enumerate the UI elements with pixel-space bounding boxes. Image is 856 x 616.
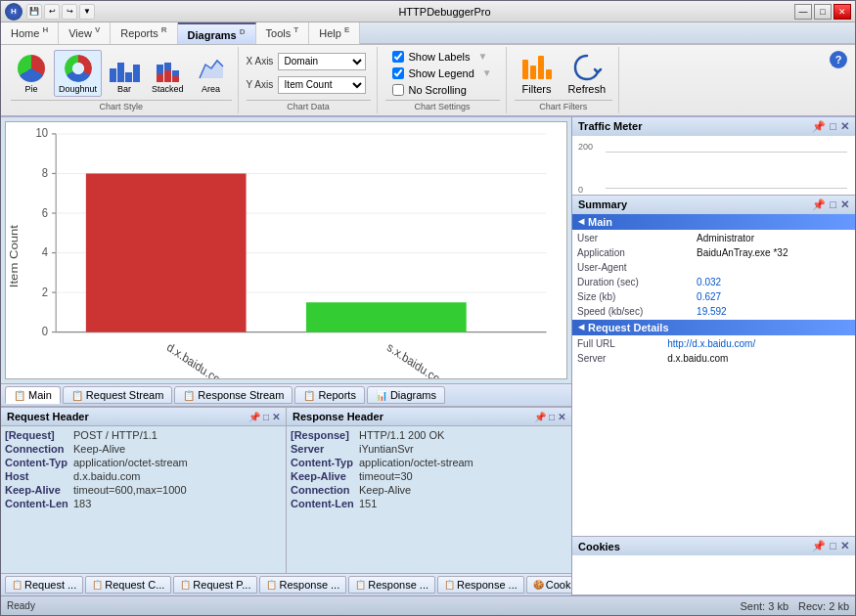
traffic-meter-header[interactable]: Traffic Meter 📌 □ ✕ — [572, 117, 855, 136]
quick-dropdown[interactable]: ▼ — [79, 4, 95, 20]
show-legend-text: Show Legend — [408, 67, 473, 79]
quick-save[interactable]: 💾 — [26, 4, 42, 20]
area-button[interactable]: Area — [191, 50, 232, 97]
show-legend-check[interactable] — [392, 67, 404, 79]
tab-tools[interactable]: Tools T — [256, 22, 310, 44]
bar-1 — [86, 173, 247, 331]
quick-redo[interactable]: ↪ — [62, 4, 77, 20]
chart-filters-label: Chart Filters — [515, 100, 613, 111]
traffic-line-0 — [606, 188, 847, 189]
doughnut-button[interactable]: Doughnut — [54, 50, 102, 97]
bp-tab-label-1: Request ... — [24, 579, 76, 591]
pin-icon-request[interactable]: 📌 — [248, 412, 260, 422]
stacked-icon — [152, 53, 183, 84]
request-header-label: Request Header — [7, 411, 89, 422]
tab-reports[interactable]: 📋 Reports — [294, 386, 365, 404]
x-response-panel[interactable]: ✕ — [558, 412, 565, 422]
bp-tab-request-c[interactable]: 📋Request C... — [85, 576, 171, 594]
cookies-section: Cookies 📌 □ ✕ — [572, 537, 855, 595]
filters-button[interactable]: Filters — [515, 49, 560, 98]
bp-tab-cookies[interactable]: 🍪Cookies — [526, 576, 571, 594]
show-labels-text: Show Labels — [408, 51, 470, 63]
refresh-button[interactable]: Refresh — [562, 49, 613, 98]
traffic-label-0: 0 — [578, 185, 583, 195]
stacked-button[interactable]: Stacked — [147, 50, 189, 97]
filters-icon — [521, 52, 553, 83]
bar-icon — [109, 53, 140, 84]
app-icon: H — [5, 3, 23, 21]
bp-tab-label-2: Request C... — [105, 579, 164, 591]
close-cookies[interactable]: ✕ — [840, 540, 849, 552]
main-tab-label: Main — [28, 389, 52, 401]
rect-summary[interactable]: □ — [830, 198, 836, 211]
close-traffic[interactable]: ✕ — [840, 120, 849, 133]
area-label: Area — [202, 84, 220, 94]
bp-tab-response2[interactable]: 📋Response ... — [348, 576, 435, 594]
refresh-icon — [571, 52, 603, 83]
rect-traffic[interactable]: □ — [830, 120, 836, 133]
close-summary[interactable]: ✕ — [840, 198, 849, 211]
summary-key: Server — [574, 352, 662, 365]
traffic-meter-chart: 200 0 — [576, 140, 851, 198]
close-request-panel[interactable]: □ — [263, 412, 269, 422]
x-label-2: s.x.baidu.com — [384, 339, 450, 378]
cookies-header[interactable]: Cookies 📌 □ ✕ — [572, 537, 855, 555]
svg-text:10: 10 — [35, 125, 48, 140]
table-row: Size (kb)0.627 — [574, 290, 853, 303]
tab-main[interactable]: 📋 Main — [5, 386, 61, 404]
bp-tab-response3[interactable]: 📋Response ... — [437, 576, 524, 594]
pin-traffic[interactable]: 📌 — [812, 120, 826, 133]
y-axis-label-text: Item Count — [8, 224, 21, 287]
left-panel: Item Count 0 2 4 6 8 10 — [1, 117, 571, 595]
tab-response-stream[interactable]: 📋 Response Stream — [174, 386, 293, 404]
request-header-panel: Request Header 📌 □ ✕ [Request]POST / HTT… — [1, 408, 287, 573]
cookies-title: Cookies — [578, 541, 620, 552]
rect-cookies[interactable]: □ — [830, 540, 836, 552]
close-button[interactable]: ✕ — [833, 4, 851, 20]
bottom-panel-tabs: 📋Request ... 📋Request C... 📋Request P...… — [1, 573, 571, 595]
table-row: UserAdministrator — [574, 232, 853, 244]
request-header-title: Request Header 📌 □ ✕ — [1, 408, 286, 426]
main-section-divider[interactable]: Main — [572, 214, 855, 230]
summary-val: Administrator — [694, 232, 853, 244]
bp-tab-response1[interactable]: 📋Response ... — [259, 576, 346, 594]
maximize-button[interactable]: □ — [814, 4, 832, 20]
doughnut-label: Doughnut — [59, 84, 97, 94]
chart-container: Item Count 0 2 4 6 8 10 — [5, 121, 567, 379]
x-axis-select[interactable]: Domain — [278, 53, 366, 70]
pie-button[interactable]: Pie — [11, 50, 52, 97]
bar-2 — [306, 302, 467, 331]
tab-view[interactable]: View V — [59, 22, 111, 44]
no-scrolling-check[interactable] — [392, 84, 404, 96]
show-labels-row: Show Labels ▼ — [392, 51, 491, 63]
minimize-button[interactable]: — — [794, 4, 812, 20]
window-controls: — □ ✕ — [794, 4, 851, 20]
table-row: Serverd.x.baidu.com — [574, 352, 853, 365]
bp-tab-request[interactable]: 📋Request ... — [5, 576, 83, 594]
pin-icon-response[interactable]: 📌 — [534, 412, 546, 422]
filter-buttons: Filters Refresh — [515, 49, 613, 98]
bp-tab-request-p[interactable]: 📋Request P... — [173, 576, 257, 594]
bar-button[interactable]: Bar — [104, 50, 145, 97]
ribbon-group-chart-style: Pie Doughnut — [5, 47, 239, 113]
tab-diagrams[interactable]: 📊 Diagrams — [367, 386, 445, 404]
tab-request-stream[interactable]: 📋 Request Stream — [63, 386, 172, 404]
request-details-divider[interactable]: Request Details — [572, 320, 855, 335]
quick-undo[interactable]: ↩ — [44, 4, 60, 20]
bar-label: Bar — [117, 84, 131, 94]
req-stream-tab-label: Request Stream — [86, 389, 163, 401]
x-request-panel[interactable]: ✕ — [272, 412, 280, 422]
tab-diagrams[interactable]: Diagrams D — [178, 22, 256, 44]
pin-summary[interactable]: 📌 — [812, 198, 826, 211]
no-scrolling-row: No Scrolling — [392, 84, 491, 96]
tab-reports[interactable]: Reports R — [111, 22, 177, 44]
help-button[interactable]: ? — [830, 51, 847, 68]
response-header-panel: Response Header 📌 □ ✕ [Response]HTTP/1.1… — [287, 408, 571, 573]
refresh-label: Refresh — [568, 83, 607, 95]
show-labels-check[interactable] — [392, 51, 404, 63]
tab-help[interactable]: Help E — [309, 22, 360, 44]
y-axis-select[interactable]: Item Count — [278, 76, 366, 94]
close-response-panel[interactable]: □ — [549, 412, 555, 422]
tab-home[interactable]: Home H — [1, 22, 59, 44]
pin-cookies[interactable]: 📌 — [812, 540, 826, 552]
